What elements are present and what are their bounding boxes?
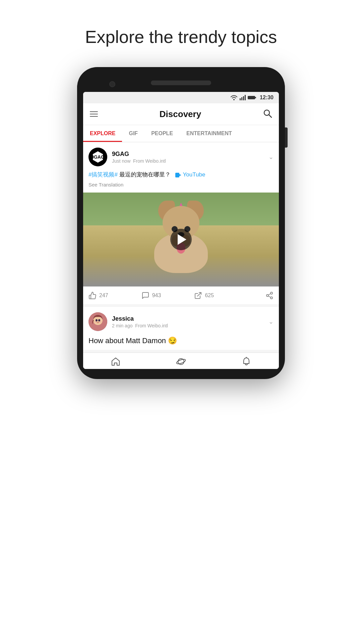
post-card-2: Jessica 2 min ago From Weibo.intl ⌄ How …: [83, 307, 279, 350]
thumbs-up-icon: [88, 291, 97, 300]
svg-marker-11: [179, 174, 181, 176]
nav-home[interactable]: [83, 357, 148, 366]
svg-text:9GAG: 9GAG: [92, 154, 104, 160]
svg-line-7: [269, 115, 272, 117]
svg-rect-10: [175, 173, 179, 177]
comment-icon: [141, 291, 149, 300]
post-1-time-source: Just now From Weibo.intl: [112, 158, 268, 164]
avatar-9gag: 9GAG: [88, 148, 107, 166]
screen: 12:30 Discovery EXPLORE: [83, 92, 279, 369]
app-bar: Discovery: [83, 103, 279, 125]
post-card-1: 9GAG 9GAG Just now From Weibo.intl ⌄ #搞笑…: [83, 142, 279, 304]
9gag-logo: 9GAG: [92, 151, 104, 163]
post-1-translation[interactable]: See Translation: [88, 181, 274, 189]
post-2-text: How about Matt Damon 😏: [88, 336, 177, 345]
tab-gif[interactable]: GIF: [122, 125, 144, 142]
svg-rect-0: [240, 98, 241, 100]
post-1-text-cn: 最逗的宠物在哪里？: [119, 171, 171, 178]
repost-icon: [194, 291, 202, 300]
app-bar-title: Discovery: [98, 109, 263, 119]
post-1-meta: 9GAG Just now From Weibo.intl: [112, 151, 268, 164]
post-2-content: How about Matt Damon 😏: [83, 335, 279, 350]
svg-point-15: [270, 297, 273, 299]
post-1-content: #搞笑视频# 最逗的宠物在哪里？ YouTube See Translation: [83, 170, 279, 193]
jessica-avatar-img: [88, 312, 107, 331]
bottom-nav: [83, 353, 279, 369]
battery-icon: [248, 95, 256, 100]
nav-discover[interactable]: [148, 357, 214, 366]
post-2-chevron[interactable]: ⌄: [268, 318, 274, 325]
nav-notifications[interactable]: [214, 357, 279, 366]
post-1-hashtag[interactable]: #搞笑视频#: [88, 171, 118, 178]
post-1-author: 9GAG: [112, 151, 268, 158]
planet-icon: [176, 357, 186, 366]
svg-rect-4: [248, 96, 255, 99]
svg-point-23: [99, 321, 101, 322]
search-button[interactable]: [263, 109, 272, 119]
post-1-youtube[interactable]: YouTube: [183, 171, 205, 178]
phone-speaker: [151, 80, 211, 85]
svg-rect-3: [245, 95, 246, 100]
page-title: Explore the trendy topics: [85, 27, 277, 47]
svg-point-13: [270, 292, 273, 294]
repost-button[interactable]: 625: [194, 291, 247, 300]
play-button[interactable]: [170, 229, 192, 250]
svg-line-12: [197, 292, 201, 296]
side-button: [285, 127, 288, 148]
like-count: 247: [99, 292, 108, 299]
status-bar: 12:30: [83, 92, 279, 103]
repost-count: 625: [205, 292, 214, 299]
svg-point-22: [95, 321, 97, 322]
menu-button[interactable]: [90, 111, 98, 117]
svg-point-14: [266, 294, 268, 297]
svg-rect-1: [241, 97, 242, 100]
post-2-meta: Jessica 2 min ago From Weibo.intl: [112, 315, 268, 328]
like-button[interactable]: 247: [88, 291, 141, 300]
svg-line-16: [268, 296, 271, 298]
feed: 9GAG 9GAG Just now From Weibo.intl ⌄ #搞笑…: [83, 142, 279, 350]
svg-line-17: [268, 294, 271, 295]
post-2-header: Jessica 2 min ago From Weibo.intl ⌄: [83, 307, 279, 335]
post-2-time-source: 2 min ago From Weibo.intl: [112, 323, 268, 328]
share-icon: [265, 291, 274, 300]
tabs-bar: EXPLORE GIF PEOPLE ENTERTAINMENT: [83, 125, 279, 142]
post-1-actions: 247 943 625: [83, 286, 279, 304]
comment-button[interactable]: 943: [141, 291, 194, 300]
video-icon: [175, 173, 181, 177]
tab-people[interactable]: PEOPLE: [144, 125, 180, 142]
phone-frame: 12:30 Discovery EXPLORE: [77, 67, 285, 379]
phone-camera: [109, 81, 115, 87]
svg-rect-2: [243, 96, 244, 100]
post-1-chevron[interactable]: ⌄: [268, 153, 274, 161]
wifi-icon: [230, 95, 238, 100]
tab-explore[interactable]: EXPLORE: [83, 125, 122, 142]
post-2-author: Jessica: [112, 315, 268, 322]
share-button[interactable]: [247, 291, 274, 300]
post-1-header: 9GAG 9GAG Just now From Weibo.intl ⌄: [83, 142, 279, 170]
video-thumbnail-container[interactable]: [83, 193, 279, 286]
status-time: 12:30: [260, 95, 274, 101]
tab-entertainment[interactable]: ENTERTAINMENT: [180, 125, 239, 142]
comment-count: 943: [152, 292, 161, 299]
svg-point-25: [176, 359, 186, 365]
signal-icon: [240, 95, 246, 100]
svg-rect-5: [255, 97, 256, 98]
bell-icon: [242, 357, 251, 366]
avatar-jessica: [88, 312, 107, 331]
status-icons: 12:30: [230, 95, 274, 101]
home-icon: [111, 357, 120, 366]
